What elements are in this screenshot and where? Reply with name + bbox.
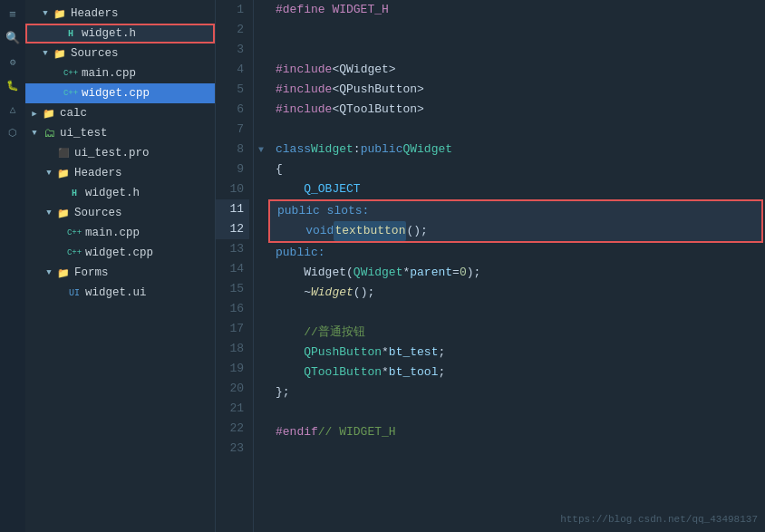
- code-content[interactable]: #define WIDGET_H #include <QWidget> #inc…: [268, 0, 765, 532]
- token-6-2: <QToolButton>: [332, 100, 423, 120]
- token-20-1: };: [276, 382, 290, 402]
- line-num-23: 23: [216, 439, 249, 459]
- code-line-1: #define WIDGET_H: [268, 0, 765, 20]
- token-22-1: #endif: [276, 422, 318, 442]
- sidebar-icon-settings[interactable]: ⚙: [2, 51, 24, 73]
- tree-label-ui-test: ui_test: [60, 127, 108, 140]
- tree-item-widget-cpp-2[interactable]: C++ widget.cpp: [25, 243, 215, 263]
- arrow-calc: ▶: [29, 108, 40, 119]
- token-18-2: *: [382, 343, 389, 363]
- folder-icon-headers-1: 📁: [53, 6, 67, 21]
- sidebar-icon-other[interactable]: ⬡: [2, 121, 24, 143]
- arrow-widget-h-2: [54, 188, 65, 198]
- fold-gutter: ▼: [254, 0, 268, 532]
- fold-8[interactable]: ▼: [254, 140, 268, 160]
- token-17-0: [276, 323, 304, 343]
- arrow-main-cpp-1: [51, 68, 62, 79]
- tree-item-ui-test-pro[interactable]: ⬛ ui_test.pro: [25, 143, 215, 163]
- line-num-20: 20: [216, 379, 249, 399]
- token-22-2: // WIDGET_H: [318, 422, 396, 442]
- tree-item-widget-h-1[interactable]: H widget.h: [25, 24, 215, 44]
- line-num-13: 13: [216, 239, 249, 259]
- sidebar-icon-debug[interactable]: 🐛: [2, 74, 24, 96]
- token-12-3: textbutton: [334, 221, 406, 241]
- token-15-1: ~: [276, 283, 311, 303]
- code-line-7: [268, 120, 765, 140]
- tree-item-widget-ui[interactable]: UI widget.ui: [25, 283, 215, 303]
- line-num-16: 16: [216, 299, 249, 319]
- fold-12: [254, 219, 268, 239]
- cpp-icon-main-cpp-1: C++: [63, 66, 78, 81]
- tree-item-widget-cpp-1[interactable]: C++ widget.cpp: [25, 83, 215, 103]
- fold-22: [254, 419, 268, 439]
- fold-6: [254, 100, 268, 120]
- fold-18: [254, 339, 268, 359]
- tree-label-widget-ui: widget.ui: [85, 286, 147, 299]
- tree-item-sources-2[interactable]: ▼ 📁 Sources: [25, 203, 215, 223]
- sidebar-icon-build[interactable]: △: [2, 98, 24, 120]
- token-18-0: [276, 343, 304, 363]
- tree-item-main-cpp-2[interactable]: C++ main.cpp: [25, 223, 215, 243]
- tree-label-main-cpp-1: main.cpp: [82, 67, 136, 80]
- arrow-widget-cpp-2: [54, 247, 65, 258]
- pro-icon: ⬛: [56, 146, 71, 160]
- token-14-3: *: [402, 263, 410, 283]
- token-12-4: ();: [406, 221, 427, 241]
- token-18-3: bt_test: [389, 343, 439, 363]
- fold-21: [254, 399, 268, 419]
- folder-icon-sources-1: 📁: [53, 46, 67, 61]
- tree-item-main-cpp-1[interactable]: C++ main.cpp: [25, 63, 215, 83]
- folder-icon-headers-2: 📁: [56, 166, 71, 180]
- folder-icon-forms: 📁: [56, 266, 71, 280]
- token-19-2: *: [382, 363, 389, 382]
- fold-19: [254, 359, 268, 379]
- code-line-9: {: [268, 160, 765, 179]
- tree-item-sources-1[interactable]: ▼ 📁 Sources: [25, 44, 215, 63]
- code-line-18: QPushButton *bt_test;: [268, 343, 765, 363]
- token-8-3: :: [353, 140, 361, 160]
- sidebar-icons: ≡ 🔍 ⚙ 🐛 △ ⬡: [0, 0, 25, 532]
- fold-10: [254, 179, 268, 199]
- tree-item-headers-1[interactable]: ▼ 📁 Headers: [25, 4, 215, 24]
- token-8-1: class: [276, 140, 311, 160]
- token-12-2: void: [305, 221, 334, 241]
- sidebar-icon-search[interactable]: 🔍: [2, 27, 24, 49]
- code-line-13: public:: [268, 243, 765, 263]
- tree-item-ui-test[interactable]: ▼ 🗂 ui_test: [25, 123, 215, 143]
- h-icon-widget-h-1: H: [63, 26, 78, 41]
- arrow-headers-1: ▼: [40, 8, 51, 19]
- token-8-2: Widget: [311, 140, 353, 160]
- token-19-4: ;: [438, 363, 445, 382]
- tree-label-sources-1: Sources: [71, 47, 119, 60]
- line-num-10: 10: [216, 179, 249, 199]
- line-num-9: 9: [216, 160, 249, 179]
- token-14-7: );: [467, 263, 481, 283]
- code-line-15: ~Widget();: [268, 283, 765, 303]
- tree-item-widget-h-2[interactable]: H widget.h: [25, 183, 215, 203]
- arrow-sources-1: ▼: [40, 48, 51, 59]
- token-19-3: bt_tool: [389, 363, 439, 382]
- tree-item-calc[interactable]: ▶ 📁 calc: [25, 103, 215, 123]
- token-10-2: Q_OBJECT: [304, 179, 360, 199]
- token-5-1: #include: [276, 80, 332, 100]
- arrow-ui-test: ▼: [29, 128, 40, 139]
- token-14-5: =: [452, 263, 460, 283]
- sidebar-icon-menu[interactable]: ≡: [2, 4, 24, 25]
- line-num-17: 17: [216, 319, 249, 339]
- token-10-1: [276, 179, 304, 199]
- line-numbers: 1 2 3 4 5 6 7 8 9 10 11 12 13 14 15 16 1…: [216, 0, 254, 532]
- code-line-20: };: [268, 382, 765, 402]
- token-14-6: 0: [460, 263, 467, 283]
- fold-3: [254, 40, 268, 60]
- token-4-2: <QWidget>: [332, 60, 395, 80]
- line-num-4: 4: [216, 60, 249, 80]
- token-18-1: QPushButton: [304, 343, 382, 363]
- token-6-1: #include: [276, 100, 332, 120]
- tree-item-forms[interactable]: ▼ 📁 Forms: [25, 263, 215, 283]
- fold-13: [254, 239, 268, 259]
- code-area: 1 2 3 4 5 6 7 8 9 10 11 12 13 14 15 16 1…: [216, 0, 765, 532]
- code-line-11: public slots:: [270, 201, 761, 221]
- arrow-main-cpp-2: [54, 227, 65, 238]
- tree-item-headers-2[interactable]: ▼ 📁 Headers: [25, 163, 215, 183]
- arrow-widget-cpp-1: [51, 88, 62, 99]
